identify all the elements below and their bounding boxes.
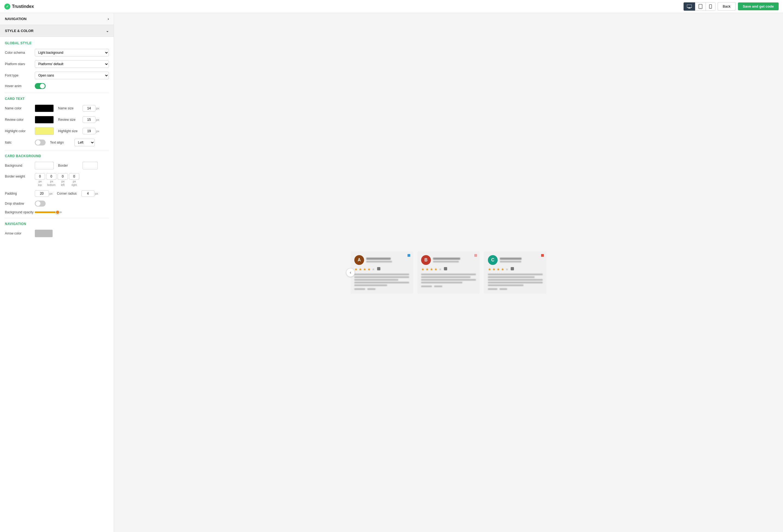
logo: ✓ Trustindex [4, 3, 34, 9]
card-meta-1 [366, 258, 409, 262]
desktop-button[interactable] [684, 2, 695, 10]
background-color-swatch[interactable] [35, 162, 54, 169]
font-type-select[interactable]: Open sans Arial Roboto [35, 72, 109, 79]
name-size-label: Name size [58, 106, 83, 110]
star-3e: ★ [505, 267, 509, 272]
border-left-px: px [61, 180, 65, 183]
card-meta-2 [433, 258, 476, 262]
highlight-size-label: Highlight size [58, 129, 83, 133]
review-color-swatch[interactable] [35, 116, 54, 124]
border-weight-row: Border weight px top px bottom px [5, 173, 109, 186]
border-top-input[interactable] [35, 173, 45, 180]
review-card-2: B ★ ★ ★ ★ ★ [417, 251, 480, 294]
device-buttons [683, 2, 715, 11]
background-color-row: Background Border [5, 162, 109, 169]
global-style-title: GLOBAL STYLE [5, 41, 109, 45]
review-size-input[interactable] [83, 117, 96, 123]
border-label: Border [58, 164, 83, 167]
avatar-1: A [354, 255, 364, 265]
tablet-button[interactable] [695, 2, 706, 10]
svg-rect-0 [687, 5, 692, 8]
border-bottom-input[interactable] [46, 173, 57, 180]
card-text-3 [488, 274, 543, 286]
review-color-row: Review color Review size px [5, 116, 109, 124]
highlight-size-input[interactable] [83, 128, 96, 134]
hover-anim-label: Hover anim [5, 84, 35, 88]
star-3c: ★ [497, 267, 500, 272]
platform-stars-select[interactable]: Platforms' default Custom [35, 60, 109, 68]
border-left-group: px left [58, 173, 68, 186]
navigation-label: NAVIGATION [5, 17, 27, 21]
name-color-label: Name color [5, 106, 35, 110]
logo-icon: ✓ [4, 3, 10, 9]
text-align-select[interactable]: Left Center Right [74, 139, 95, 146]
card-stars-3: ★ ★ ★ ★ ★ [488, 267, 543, 272]
italic-label: Italic [5, 140, 35, 145]
star-2c: ★ [430, 267, 433, 272]
border-right-px: px [73, 180, 76, 183]
name-color-swatch[interactable] [35, 104, 54, 112]
drop-shadow-row: Drop shadow [5, 200, 109, 207]
flag-icon-2 [474, 254, 477, 257]
avatar-2: B [421, 255, 431, 265]
border-color-swatch[interactable] [83, 162, 98, 169]
star-1a: ★ [354, 267, 358, 272]
border-bottom-px: px [50, 180, 53, 183]
name-color-row: Name color Name size px [5, 104, 109, 112]
card-header-3: C [488, 255, 543, 265]
platform-icon-2 [444, 267, 447, 270]
drop-shadow-toggle[interactable] [35, 200, 45, 207]
back-button[interactable]: Back [718, 2, 736, 10]
card-text-1 [354, 274, 409, 286]
hover-anim-toggle[interactable] [35, 83, 45, 89]
border-bottom-group: px bottom [46, 173, 57, 186]
border-right-input[interactable] [69, 173, 79, 180]
bg-opacity-slider[interactable] [35, 212, 62, 213]
arrow-color-swatch[interactable] [35, 230, 53, 237]
card-background-title: CARD BACKGROUND [5, 154, 109, 158]
text-align-label: Text align [50, 140, 74, 145]
review-card-1: A ★ ★ ★ ★ ★ [350, 251, 413, 294]
padding-px: px [50, 192, 53, 195]
style-color-label: STYLE & COLOR [5, 29, 33, 33]
italic-toggle[interactable] [35, 139, 45, 146]
font-type-label: Font type [5, 73, 35, 77]
border-left-input[interactable] [58, 173, 68, 180]
flag-icon-1 [408, 254, 410, 257]
highlight-color-swatch[interactable] [35, 127, 54, 135]
review-card-3: C ★ ★ ★ ★ ★ [484, 251, 546, 294]
review-size-px: px [96, 118, 99, 121]
name-size-input[interactable] [83, 105, 96, 112]
cards-wrapper: ‹ A ★ ★ ★ ★ [350, 251, 546, 294]
padding-input[interactable] [35, 190, 49, 197]
card-footer-3 [488, 288, 543, 290]
mobile-button[interactable] [706, 2, 715, 10]
svg-rect-1 [689, 8, 690, 8]
bg-opacity-row: Background opacity [5, 210, 109, 214]
highlight-color-label: Highlight color [5, 129, 35, 133]
arrow-color-label: Arrow color [5, 231, 35, 235]
svg-point-4 [700, 8, 701, 8]
main-layout: NAVIGATION › STYLE & COLOR ⌄ GLOBAL STYL… [0, 13, 783, 532]
star-1e: ★ [372, 267, 375, 272]
star-1d: ★ [367, 267, 371, 272]
prev-arrow[interactable]: ‹ [346, 268, 355, 277]
review-size-label: Review size [58, 118, 83, 122]
highlight-color-row: Highlight color Highlight size px [5, 127, 109, 135]
drop-shadow-label: Drop shadow [5, 202, 35, 206]
card-stars-1: ★ ★ ★ ★ ★ [354, 267, 409, 272]
name-size-px: px [96, 107, 99, 110]
border-right-group: px right [69, 173, 79, 186]
preview-area: ‹ A ★ ★ ★ ★ [114, 13, 783, 532]
color-schema-select[interactable]: Light background Dark background Transpa… [35, 49, 109, 57]
star-2a: ★ [421, 267, 425, 272]
save-button[interactable]: Save and get code [738, 2, 779, 10]
navigation-section[interactable]: NAVIGATION › [0, 13, 114, 25]
avatar-3: C [488, 255, 498, 265]
style-color-section[interactable]: STYLE & COLOR ⌄ [0, 25, 114, 37]
corner-radius-input[interactable] [82, 190, 94, 197]
platform-icon-3 [511, 267, 514, 270]
hover-anim-row: Hover anim [5, 83, 109, 89]
highlight-size-px: px [96, 129, 99, 133]
card-header-1: A [354, 255, 409, 265]
